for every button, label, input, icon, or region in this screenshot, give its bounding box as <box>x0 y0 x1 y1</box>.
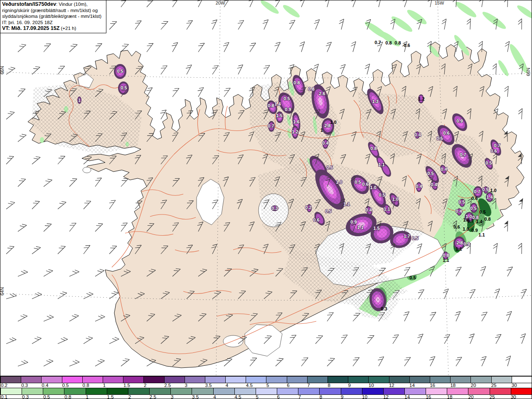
rain-colorbar-cell <box>468 388 490 395</box>
sleet-colorbar-cell <box>185 376 205 383</box>
sleet-colorbar-cell <box>246 376 266 383</box>
sleet-colorbar-cell <box>82 376 103 383</box>
sleet-colorbar-cell <box>512 376 532 383</box>
precip-value-label: 0.7 <box>467 219 473 224</box>
sleet-colorbar-cell <box>491 376 512 383</box>
sleet-colorbar-tick-label: 18 <box>450 383 456 388</box>
precip-value-label: 0.6 <box>490 148 497 153</box>
precip-value-label: 1.0 <box>370 185 376 190</box>
sleet-colorbar-cell <box>328 376 348 383</box>
rain-colorbar-tick-label: 6 <box>277 394 280 399</box>
rain-colorbar-cell <box>383 388 405 395</box>
precip-value-label: 0.9 <box>285 107 291 112</box>
precip-value-label: 0.6 <box>362 182 368 187</box>
rain-colorbar-tick-label: 0.3 <box>22 394 29 399</box>
precip-value-label: 1.1 <box>443 258 449 263</box>
precip-value-label: 0.5 <box>117 69 123 74</box>
precip-value-label: 0.5 <box>325 209 331 214</box>
precip-value-label: 0.8 <box>484 217 490 222</box>
precip-value-label: 1.4 <box>476 219 483 224</box>
precip-value-label: 1.1 <box>478 232 485 237</box>
precip-value-label: 0.7 <box>268 123 274 128</box>
precip-value-label: 0.5 <box>458 200 465 204</box>
graticule-label: 66N <box>526 68 531 76</box>
rain-colorbar-tick-label: 0.1 <box>1 394 7 399</box>
colorbar-legend: 0.20.30.40.50.811.522.533.544.5567891012… <box>0 376 532 399</box>
rain-colorbar-cell <box>234 388 256 395</box>
rain-colorbar-cell <box>128 388 150 395</box>
precip-value-label: 0.5 <box>283 96 290 101</box>
sleet-colorbar-tick-label: 1.5 <box>123 383 130 388</box>
sleet-colorbar-tick-label: 9 <box>348 383 351 388</box>
rain-colorbar-tick-label: 4 <box>213 394 216 399</box>
weather-map-page: 20W15W66N64N66N 0.80.82.60.51.40.80.91.5… <box>0 0 532 399</box>
rain-colorbar-tick-label: 16 <box>426 394 431 399</box>
sleet-snow-colorbar <box>0 376 532 383</box>
sleet-colorbar-tick-label: 1 <box>103 383 106 388</box>
precip-value-label: 0.6 <box>443 131 449 135</box>
precip-value-label: 0.4 <box>456 209 462 214</box>
precip-value-label: 1.1 <box>456 246 462 251</box>
sleet-colorbar-tick-label: 0.8 <box>83 383 89 388</box>
sleet-colorbar-tick-label: 20 <box>471 383 476 388</box>
rain-colorbar-tick-label: 4.5 <box>234 394 241 399</box>
sleet-colorbar-tick-label: 7 <box>307 383 310 388</box>
legend-line-2: rigning/skúrir (grænt/blátt/rautt - mm/1… <box>2 7 104 14</box>
rain-colorbar-tick-label: 2.5 <box>150 394 156 399</box>
precip-value-label: 1.1 <box>343 202 350 207</box>
sleet-colorbar-cell <box>409 376 430 383</box>
sleet-colorbar-tick-label: 6 <box>287 383 289 388</box>
precip-value-label: 0.9 <box>350 219 357 224</box>
rain-colorbar-cell <box>64 388 86 395</box>
sleet-colorbar-tick-label: 4.5 <box>246 383 253 388</box>
rain-colorbar-tick-label: 1.5 <box>107 394 114 399</box>
precip-value-label: 1.2 <box>418 96 424 101</box>
rain-colorbar-tick-label: 0.8 <box>64 394 71 399</box>
precip-value-label: 1 <box>320 128 323 133</box>
precip-value-label: 1.5 <box>276 113 282 118</box>
legend-line-4: IT: þri. 16. 09. 2025 18Z <box>2 20 104 26</box>
precip-value-label: 0.5 <box>427 171 433 176</box>
precip-value-label: 0.6 <box>313 217 319 222</box>
precip-value-label: 0.4 <box>441 167 447 172</box>
precip-value-label: 1.5 <box>373 226 379 231</box>
rain-colorbar-tick-label: 1 <box>86 394 88 399</box>
sleet-colorbar-tick-label: 0.5 <box>62 383 69 388</box>
rain-colorbar-tick-label: 7 <box>298 394 301 399</box>
precip-value-label: 0.4 <box>414 132 421 137</box>
legend-line-5: VT: Mið. 17.09.2025 15Z (+21 h) <box>2 25 104 32</box>
precip-value-label: 0.8 <box>394 40 401 45</box>
precip-value-label: 1.1 <box>357 225 363 230</box>
iceland-weather-map: 20W15W66N64N66N 0.80.82.60.51.40.80.91.5… <box>0 0 532 376</box>
precip-value-label: 2.6 <box>319 91 325 96</box>
sleet-colorbar-tick-label: 0.4 <box>42 383 48 388</box>
precip-value-label: 0.8 <box>308 86 314 91</box>
legend-line-1: Veðurstofan/IS750dev: Vindur (10m), <box>2 1 104 7</box>
rain-colorbar-cell <box>213 388 235 395</box>
rain-colorbar <box>0 388 532 395</box>
precip-value-label: 0.9 <box>471 228 478 233</box>
legend-box: Veðurstofan/IS750dev: Vindur (10m), rign… <box>0 0 106 33</box>
precip-value-label: 1.2 <box>292 129 298 134</box>
sleet-colorbar-tick-label: 3 <box>185 383 187 388</box>
precip-value-label: 0.6 <box>404 43 410 48</box>
sleet-colorbar-cell <box>62 376 83 383</box>
sleet-colorbar-cell <box>307 376 328 383</box>
precip-value-label: 0.5 <box>326 165 332 170</box>
rain-colorbar-tick-label: 3.5 <box>192 394 199 399</box>
glacier-eyjafjallajokull <box>223 335 243 347</box>
rain-colorbar-tick-label: 5 <box>256 394 258 399</box>
product-title: Veðurstofan/IS750dev <box>2 1 56 7</box>
rain-colorbar-tick-label: 18 <box>447 394 453 399</box>
precip-value-label: 0.3 <box>271 206 278 211</box>
precip-value-label: 0.5 <box>379 192 385 197</box>
graticule-label: 15W <box>435 0 444 5</box>
rain-colorbar-cell <box>319 388 341 395</box>
precip-value-label: 0.4 <box>322 140 329 145</box>
sleet-colorbar-cell <box>21 376 42 383</box>
precip-value-label: 0.8 <box>385 40 392 45</box>
sleet-colorbar-tick-label: 12 <box>389 383 394 388</box>
precip-value-label: 0.8 <box>293 80 300 85</box>
rain-colorbar-cell <box>426 388 447 395</box>
sleet-colorbar-cell <box>41 376 62 383</box>
